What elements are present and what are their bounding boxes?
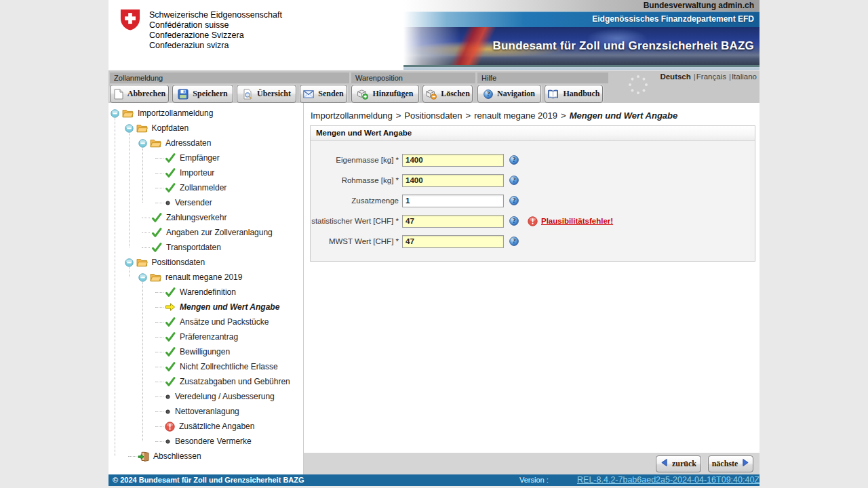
loeschen-button[interactable]: Löschen <box>422 85 473 103</box>
form-row-rohmasse-kg: Rohmasse [kg] *? <box>311 170 755 190</box>
eigenmasse-kg-input[interactable] <box>402 154 504 167</box>
tree-item-zollanmelder[interactable]: Zollanmelder <box>108 180 303 195</box>
tree-item-nettoveranlagung[interactable]: Nettoveranlagung <box>108 404 303 419</box>
tree-item-ans-tze-und-packst-cke[interactable]: Ansätze und Packstücke <box>108 314 303 329</box>
toggle-minus-icon[interactable] <box>138 139 147 148</box>
tree-item-label: Abschliessen <box>152 451 201 461</box>
abbrechen-button[interactable]: Abbrechen <box>110 85 169 103</box>
send-icon <box>303 90 314 98</box>
tree-item-zusatzabgaben-und-geb-hren[interactable]: Zusatzabgaben und Gebühren <box>108 374 303 389</box>
field-label: Eigenmasse [kg] * <box>311 156 399 164</box>
back-button[interactable]: zurück <box>656 455 701 472</box>
senden-button[interactable]: Senden <box>300 85 347 103</box>
check-icon <box>165 377 176 386</box>
tree-item-transportdaten[interactable]: Transportdaten <box>108 240 303 255</box>
help-icon[interactable]: ? <box>509 176 519 185</box>
toolbar-group-warenposition: Warenposition <box>351 73 475 83</box>
bullet-icon <box>165 439 171 445</box>
tree-item-importzollanmeldung[interactable]: Importzollanmeldung <box>108 106 303 121</box>
handbuch-button[interactable]: Handbuch <box>545 85 603 103</box>
help-icon[interactable]: ? <box>509 216 519 226</box>
navigation-button[interactable]: ?Navigation <box>477 85 541 103</box>
tree-item-label: Angaben zur Zollveranlagung <box>165 228 273 237</box>
tree-item-importeur[interactable]: Importeur <box>108 165 303 180</box>
plausibility-error-link[interactable]: Plausibilitätsfehler! <box>541 217 613 225</box>
button-label: Speichern <box>193 89 227 99</box>
zusatzmenge-input[interactable] <box>402 195 504 207</box>
mwst-wert-chf-input[interactable] <box>402 235 504 248</box>
tree-item-label: Adressdaten <box>164 138 211 148</box>
tree-item-nicht-zollrechtliche-erlasse[interactable]: Nicht Zollrechtliche Erlasse <box>108 359 303 374</box>
tree-item-angaben-zur-zollveranlagung[interactable]: Angaben zur Zollveranlagung <box>108 225 303 240</box>
help-icon[interactable]: ? <box>509 155 519 165</box>
tree-item-zus-tzliche-angaben[interactable]: Zusätzliche Angaben <box>108 419 303 434</box>
breadcrumb-segment: Importzollanmeldung <box>311 110 393 121</box>
statistischer-wert-chf-input[interactable] <box>402 215 504 228</box>
folder-icon <box>136 123 148 133</box>
tree-item-kopfdaten[interactable]: Kopfdaten <box>108 121 303 136</box>
banner-photo: Bundesamt für Zoll und Grenzsicherheit B… <box>403 27 760 65</box>
button-label: Hinzufügen <box>372 89 413 99</box>
folder-icon <box>150 138 161 148</box>
toggle-minus-icon[interactable] <box>111 109 119 118</box>
tree-item-positionsdaten[interactable]: Positionsdaten <box>108 255 303 270</box>
gov-bar: Bundesverwaltung admin.ch <box>403 0 760 12</box>
toolbar-group-buttons: AbbrechenSpeichernÜbersichtSenden <box>110 85 347 103</box>
header-banner: Bundesverwaltung admin.ch Eidgenössische… <box>403 0 760 70</box>
tree-item-besondere-vermerke[interactable]: Besondere Vermerke <box>108 434 303 449</box>
form-row-zusatzmenge: Zusatzmenge? <box>311 190 755 211</box>
office-title: Bundesamt für Zoll und Grenzsicherheit B… <box>493 39 760 53</box>
tree-item-label: renault megane 2019 <box>164 272 242 282</box>
breadcrumb-segment: renault megane 2019 <box>474 110 557 121</box>
uebersicht-button[interactable]: Übersicht <box>237 85 296 103</box>
main-panel: Importzollanmeldung>Positionsdaten>renau… <box>304 103 760 474</box>
tree-item-abschliessen[interactable]: Abschliessen <box>108 449 303 464</box>
speichern-button[interactable]: Speichern <box>172 85 233 103</box>
tree-item-label: Kopfdaten <box>151 123 189 133</box>
button-label: Senden <box>318 89 343 99</box>
form-panel: Mengen und Wert Angabe Eigenmasse [kg] *… <box>310 125 755 262</box>
toggle-minus-icon[interactable] <box>138 273 147 282</box>
help-icon[interactable]: ? <box>509 196 519 205</box>
logo-line: Schweizerische Eidgenossenschaft <box>149 10 282 20</box>
bullet-icon <box>165 394 171 400</box>
version-link[interactable]: REL-8.4.2-7bab6aed2a5-2024-04-16T09:40:4… <box>577 474 760 486</box>
check-icon <box>165 362 176 371</box>
tree-item-label: Bewilligungen <box>178 347 230 357</box>
error-icon <box>165 422 175 432</box>
overview-icon <box>242 89 253 100</box>
tree-item-pr-ferenzantrag[interactable]: Präferenzantrag <box>108 329 303 344</box>
save-icon <box>178 89 189 100</box>
tree-item-label: Importeur <box>178 168 214 178</box>
triangle-right-icon <box>742 458 749 470</box>
svg-text:?: ? <box>513 197 516 204</box>
content-area: ImportzollanmeldungKopfdatenAdressdatenE… <box>108 103 760 474</box>
check-icon <box>151 243 162 252</box>
tree-item-warendefinition[interactable]: Warendefinition <box>108 285 303 300</box>
loading-spinner <box>627 74 649 96</box>
breadcrumb-separator: > <box>466 110 471 121</box>
hinzufuegen-button[interactable]: Hinzufügen <box>351 85 419 103</box>
toggle-minus-icon[interactable] <box>125 258 134 267</box>
next-button[interactable]: nächste <box>708 455 753 472</box>
tree-item-renault-megane-2019[interactable]: renault megane 2019 <box>108 270 303 285</box>
tree-item-mengen-und-wert-angabe[interactable]: Mengen und Wert Angabe <box>108 300 303 314</box>
toolbar-group-hilfe: Hilfe <box>477 73 608 83</box>
rohmasse-kg-input[interactable] <box>402 174 504 187</box>
form-body: Eigenmasse [kg] *?Rohmasse [kg] *?Zusatz… <box>311 141 755 261</box>
tree-item-veredelung-ausbesserung[interactable]: Veredelung / Ausbesserung <box>108 389 303 404</box>
tree-item-zahlungsverkehr[interactable]: Zahlungsverkehr <box>108 210 303 225</box>
tree-item-empf-nger[interactable]: Empfänger <box>108 150 303 165</box>
check-icon <box>165 317 176 327</box>
wizard-nav-bar: zurück nächste <box>304 453 760 474</box>
folder-icon <box>122 108 134 118</box>
tree-item-bewilligungen[interactable]: Bewilligungen <box>108 344 303 359</box>
tree-item-adressdaten[interactable]: Adressdaten <box>108 136 303 150</box>
help-icon[interactable]: ? <box>509 237 519 246</box>
language-link-fran-ais[interactable]: Français <box>696 73 726 81</box>
tree-item-versender[interactable]: Versender <box>108 195 303 210</box>
language-link-deutsch[interactable]: Deutsch <box>660 73 690 81</box>
breadcrumb-separator: > <box>396 110 401 121</box>
language-link-italiano[interactable]: Italiano <box>732 73 757 81</box>
toggle-minus-icon[interactable] <box>125 124 134 133</box>
